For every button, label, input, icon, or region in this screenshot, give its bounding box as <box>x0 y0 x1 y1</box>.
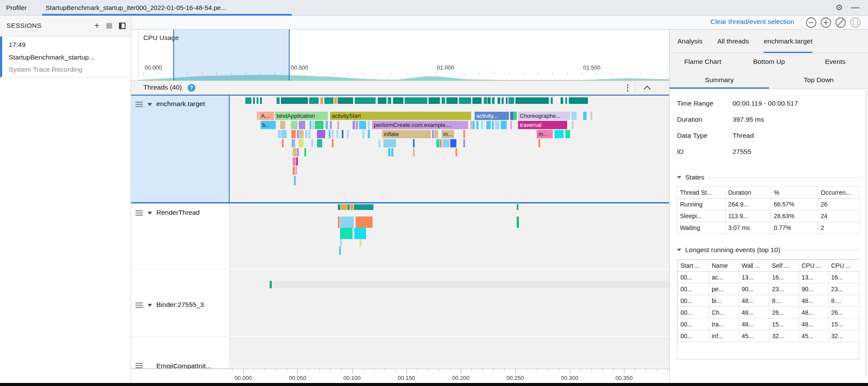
drag-handle-icon[interactable] <box>135 363 143 369</box>
trace-event[interactable] <box>436 139 439 147</box>
minimize-icon[interactable]: — <box>851 3 859 12</box>
table-row[interactable]: Waiting3.07 ms0.77%2 <box>677 222 860 234</box>
column-header[interactable]: Duration <box>726 187 771 199</box>
trace-event[interactable] <box>317 130 325 138</box>
trace-event[interactable] <box>355 97 376 104</box>
trace-event[interactable] <box>440 139 442 147</box>
trace-event[interactable]: m... <box>537 130 553 138</box>
trace-event[interactable] <box>310 121 311 129</box>
clear-selection-link[interactable]: Clear thread/event selection <box>710 18 794 26</box>
thread-row-emojicompat[interactable]: EmojiCompatInit... <box>131 337 669 369</box>
trace-event[interactable] <box>338 97 353 104</box>
trace-event[interactable] <box>281 130 287 138</box>
expand-arrow-icon[interactable] <box>148 304 152 307</box>
trace-event[interactable] <box>495 121 499 129</box>
tab-summary[interactable]: Summary <box>670 70 769 89</box>
table-row[interactable]: 00...inf...45...32...45...32... <box>678 330 859 342</box>
tab-top-down[interactable]: Top Down <box>769 70 868 89</box>
trace-event[interactable] <box>280 121 285 129</box>
trace-event[interactable] <box>281 97 308 104</box>
panel-scrollbar[interactable] <box>865 90 867 377</box>
kebab-menu-icon[interactable]: ⋮ <box>624 83 632 93</box>
column-header[interactable]: Self ... <box>769 260 799 272</box>
trace-event[interactable] <box>272 281 669 288</box>
trace-event[interactable] <box>294 139 295 147</box>
trace-event[interactable] <box>379 139 380 147</box>
trace-event[interactable] <box>293 157 296 166</box>
trace-event[interactable] <box>334 97 337 104</box>
trace-event[interactable] <box>413 139 415 147</box>
trace-event[interactable] <box>459 97 471 104</box>
drag-handle-icon[interactable] <box>135 303 143 309</box>
trace-event[interactable] <box>257 97 258 104</box>
drag-handle-icon[interactable] <box>135 210 143 217</box>
trace-event[interactable] <box>350 204 353 210</box>
trace-event[interactable] <box>305 130 307 138</box>
trace-event[interactable] <box>463 130 465 138</box>
trace-event[interactable] <box>450 139 456 147</box>
add-session-icon[interactable]: + <box>94 21 99 30</box>
table-row[interactable]: 00...bi...48...8....48...8.... <box>678 295 859 307</box>
collapse-panel-icon[interactable] <box>119 23 125 29</box>
trace-event[interactable] <box>320 97 323 104</box>
thread-label-cell[interactable]: Binder:27555_3 <box>131 270 230 337</box>
column-header[interactable]: CPU ... <box>799 260 828 272</box>
trace-event[interactable] <box>517 204 518 210</box>
tab-flame-chart[interactable]: Flame Chart <box>670 53 736 70</box>
cpu-selection-range[interactable] <box>173 30 290 80</box>
trace-event[interactable] <box>569 97 588 104</box>
column-header[interactable]: % <box>771 187 818 199</box>
cpu-usage-strip[interactable]: CPU Usage 00.00000.50001.00001.500 <box>131 30 669 80</box>
thread-label-cell[interactable]: RenderThread <box>131 203 230 270</box>
trace-event[interactable] <box>260 97 262 104</box>
trace-event[interactable] <box>446 97 458 104</box>
trace-event[interactable] <box>492 121 494 129</box>
trace-event[interactable] <box>291 130 296 138</box>
trace-event[interactable] <box>515 97 549 104</box>
trace-event[interactable] <box>492 97 495 104</box>
column-header[interactable]: Occurren... <box>818 187 860 199</box>
thread-label-cell[interactable]: EmojiCompatInit... <box>131 337 230 369</box>
trace-event[interactable] <box>442 97 445 104</box>
trace-event[interactable] <box>442 139 449 147</box>
trace-event[interactable] <box>317 139 322 147</box>
trace-event[interactable] <box>391 148 393 156</box>
trace-event[interactable] <box>293 166 295 175</box>
trace-event[interactable] <box>565 97 567 104</box>
trace-event[interactable] <box>332 130 333 138</box>
table-row[interactable]: 00...pe...90...23...90...23... <box>678 283 859 295</box>
trace-event[interactable]: b... <box>261 121 276 129</box>
trace-event[interactable] <box>463 139 465 147</box>
column-header[interactable]: Thread St... <box>677 187 726 199</box>
thread-row-renderthread[interactable]: RenderThread <box>131 203 669 270</box>
trace-event[interactable] <box>472 97 482 104</box>
tab-session-active[interactable]: StartupBenchmark_startup_iter000_2022-01… <box>46 0 226 16</box>
trace-event[interactable] <box>309 130 310 138</box>
trace-event[interactable]: in... <box>442 130 454 138</box>
trace-event[interactable] <box>583 112 587 120</box>
tab-events[interactable]: Events <box>802 53 868 70</box>
trace-event[interactable]: Choreographe... <box>518 112 570 120</box>
trace-event[interactable] <box>506 97 508 104</box>
trace-event[interactable] <box>278 130 281 138</box>
trace-event[interactable]: A... <box>259 112 274 120</box>
zoom-out-icon[interactable] <box>805 17 817 28</box>
column-header[interactable]: Name <box>709 260 739 272</box>
trace-event[interactable] <box>538 139 540 147</box>
trace-event[interactable] <box>340 228 353 239</box>
trace-event[interactable] <box>354 204 373 210</box>
trace-event[interactable] <box>347 130 349 138</box>
trace-event[interactable] <box>359 121 366 129</box>
trace-event[interactable]: traversal <box>518 121 567 129</box>
trace-event[interactable] <box>245 97 251 104</box>
trace-event[interactable]: inflate <box>382 130 431 138</box>
expand-arrow-icon[interactable] <box>148 103 152 106</box>
thread-trace-emojicompat[interactable] <box>230 337 669 369</box>
thread-label-cell[interactable]: enchmark.target <box>131 96 230 202</box>
trace-event[interactable] <box>484 97 487 104</box>
trace-event[interactable] <box>311 139 313 147</box>
tab-profiler[interactable]: Profiler <box>6 0 27 16</box>
trace-event[interactable] <box>294 176 296 185</box>
trace-event[interactable] <box>455 148 457 156</box>
longest-events-section-header[interactable]: Longest running events (top 10) <box>677 246 861 254</box>
